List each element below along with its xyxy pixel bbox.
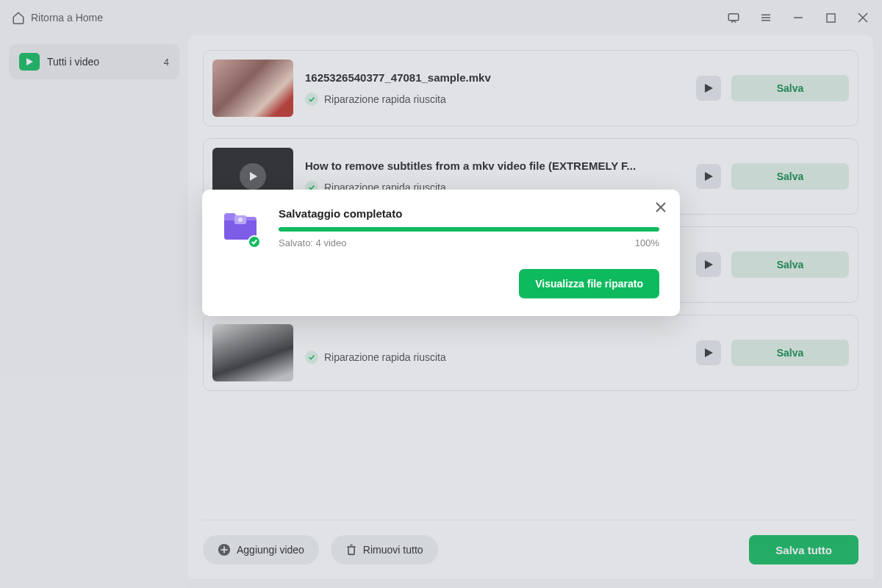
dialog-actions: Visualizza file riparato: [223, 269, 659, 298]
dialog-content: Salvataggio completato Salvato: 4 video …: [279, 207, 659, 248]
view-repaired-file-button[interactable]: Visualizza file riparato: [519, 269, 659, 298]
close-icon: [655, 201, 667, 213]
dialog-folder-icon: [223, 207, 264, 248]
dialog-close-button[interactable]: [655, 201, 667, 216]
saved-count-text: Salvato: 4 video: [279, 237, 347, 248]
modal-overlay: Salvataggio completato Salvato: 4 video …: [0, 0, 882, 588]
svg-point-22: [238, 218, 243, 222]
progress-fill: [279, 227, 659, 232]
progress-percent: 100%: [635, 237, 659, 248]
dialog-title: Salvataggio completato: [279, 207, 659, 220]
progress-meta: Salvato: 4 video 100%: [279, 237, 659, 248]
check-icon: [248, 235, 261, 248]
dialog-body: Salvataggio completato Salvato: 4 video …: [223, 207, 659, 248]
save-complete-dialog: Salvataggio completato Salvato: 4 video …: [202, 190, 680, 316]
progress-bar: [279, 227, 659, 232]
